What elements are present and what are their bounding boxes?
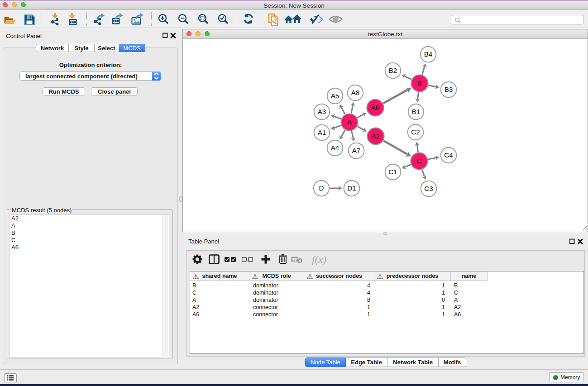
svg-text:B4: B4 bbox=[424, 50, 433, 58]
svg-text:B2: B2 bbox=[389, 67, 397, 74]
svg-text:A5: A5 bbox=[331, 92, 339, 100]
svg-text:A: A bbox=[347, 118, 352, 126]
svg-text:C1: C1 bbox=[388, 168, 397, 176]
svg-text:C2: C2 bbox=[411, 128, 420, 136]
svg-text:A6: A6 bbox=[371, 104, 380, 111]
svg-text:A7: A7 bbox=[352, 147, 361, 154]
svg-text:B: B bbox=[417, 79, 422, 87]
svg-text:C4: C4 bbox=[444, 151, 453, 159]
svg-text:C3: C3 bbox=[424, 185, 433, 192]
svg-text:A8: A8 bbox=[351, 89, 360, 96]
svg-text:D1: D1 bbox=[347, 184, 356, 192]
svg-text:B1: B1 bbox=[412, 108, 421, 115]
svg-text:A1: A1 bbox=[318, 129, 326, 136]
svg-text:B3: B3 bbox=[445, 86, 453, 93]
svg-text:C: C bbox=[417, 157, 422, 165]
svg-text:A4: A4 bbox=[331, 144, 339, 152]
svg-text:A3: A3 bbox=[318, 108, 326, 115]
svg-text:D: D bbox=[319, 184, 324, 192]
svg-text:A2: A2 bbox=[372, 132, 380, 140]
